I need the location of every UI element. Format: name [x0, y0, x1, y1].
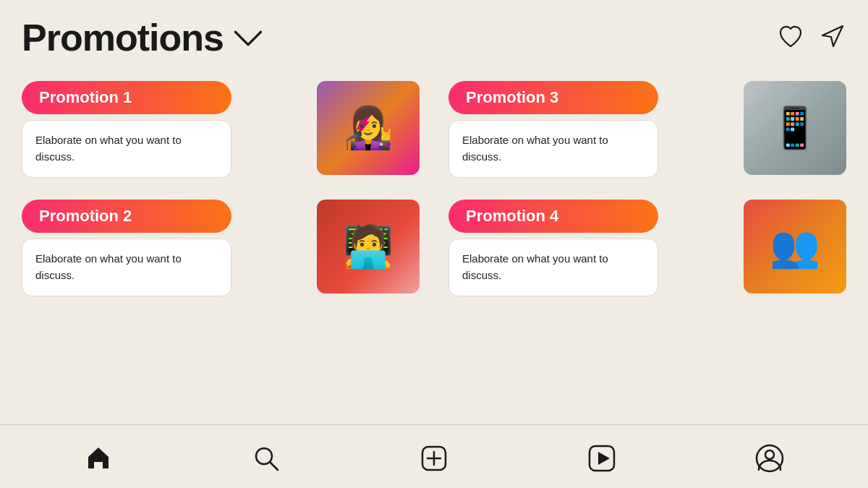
chevron-down-icon[interactable]	[232, 28, 264, 53]
nav-home[interactable]	[82, 442, 114, 474]
promo-3-image	[744, 81, 846, 175]
promo-card-4[interactable]: Promotion 4 Elaborate on what you want t…	[448, 200, 846, 296]
send-icon[interactable]	[819, 22, 846, 53]
promo-card-1[interactable]: Promotion 1 Elaborate on what you want t…	[22, 81, 420, 178]
nav-profile[interactable]	[754, 442, 786, 474]
promo-card-3[interactable]: Promotion 3 Elaborate on what you want t…	[448, 81, 846, 178]
svg-point-9	[765, 450, 774, 459]
bottom-nav	[0, 424, 868, 488]
promo-card-1-content: Promotion 1 Elaborate on what you want t…	[22, 81, 310, 178]
header: Promotions	[0, 0, 868, 67]
page-title: Promotions	[22, 16, 224, 59]
heart-icon[interactable]	[777, 22, 804, 53]
promo-1-image	[317, 81, 420, 175]
header-right	[777, 22, 846, 53]
promo-2-image	[317, 200, 420, 294]
svg-marker-7	[598, 452, 610, 465]
promotions-grid: Promotion 1 Elaborate on what you want t…	[0, 67, 868, 304]
promo-2-label: Promotion 2	[22, 200, 231, 233]
promo-4-image	[744, 200, 846, 294]
promo-4-text: Elaborate on what you want to discuss.	[448, 239, 658, 296]
svg-marker-0	[822, 26, 843, 46]
svg-line-2	[271, 463, 278, 470]
nav-search[interactable]	[250, 442, 282, 474]
promo-1-text: Elaborate on what you want to discuss.	[22, 120, 231, 178]
promo-card-2[interactable]: Promotion 2 Elaborate on what you want t…	[22, 200, 420, 296]
nav-play[interactable]	[586, 442, 618, 474]
promo-card-3-content: Promotion 3 Elaborate on what you want t…	[448, 81, 736, 178]
nav-add[interactable]	[418, 442, 450, 474]
promo-card-4-content: Promotion 4 Elaborate on what you want t…	[448, 200, 736, 296]
svg-point-1	[256, 448, 272, 464]
promo-4-label: Promotion 4	[448, 200, 658, 233]
promo-1-label: Promotion 1	[22, 81, 231, 114]
header-left: Promotions	[22, 16, 264, 59]
promo-3-label: Promotion 3	[448, 81, 658, 114]
promo-3-text: Elaborate on what you want to discuss.	[448, 120, 658, 178]
promo-2-text: Elaborate on what you want to discuss.	[22, 239, 231, 296]
promo-card-2-content: Promotion 2 Elaborate on what you want t…	[22, 200, 310, 296]
